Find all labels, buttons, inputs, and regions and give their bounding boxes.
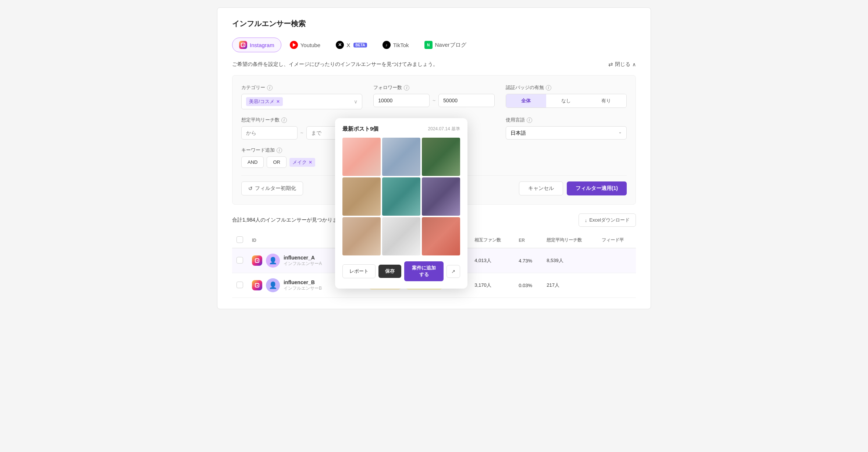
row-checkbox-2[interactable] — [236, 282, 243, 288]
keyword-info-icon: i — [277, 148, 282, 153]
reset-filter-button[interactable]: ↺ フィルター初期化 — [241, 181, 303, 195]
photo-8 — [382, 217, 420, 255]
follower-range: ~ — [373, 94, 494, 107]
er-1: 4.73% — [514, 248, 542, 273]
photo-9 — [422, 217, 460, 255]
th-er: ER — [514, 233, 542, 248]
language-label: 使用言語 i — [506, 117, 627, 123]
language-select[interactable]: 日本語 — [506, 126, 627, 140]
refresh-icon: ⇄ — [608, 61, 613, 68]
tab-instagram[interactable]: Instagram — [232, 38, 281, 52]
avatar-1: 👤 — [266, 254, 280, 268]
instagram-icon — [239, 41, 247, 49]
category-filter: カテゴリー i 美容/コスメ ✕ ∨ — [241, 84, 362, 109]
photo-2 — [382, 138, 420, 176]
feed-avg-1 — [597, 248, 636, 273]
keyword-and-button[interactable]: AND — [241, 156, 264, 168]
category-tag-remove[interactable]: ✕ — [276, 99, 280, 104]
tab-tiktok[interactable]: ♪ TikTok — [376, 38, 416, 52]
external-link-button[interactable]: ↗ — [447, 265, 460, 278]
tab-naver[interactable]: N Naverブログ — [417, 38, 473, 52]
th-fan-count: 相互ファン数 — [470, 233, 514, 248]
popup-title: 最新ポスト9個 — [342, 126, 378, 133]
badge-none-button[interactable]: なし — [546, 94, 586, 107]
badge-verified-button[interactable]: 有り — [586, 94, 626, 107]
reach-info-icon: i — [281, 117, 287, 123]
reset-icon: ↺ — [248, 186, 253, 191]
avg-reach-2: 217人 — [542, 273, 597, 298]
badge-all-button[interactable]: 全体 — [506, 94, 546, 107]
th-avg-reach: 想定平均リーチ数 — [542, 233, 597, 248]
row-checkbox-cell-2 — [232, 273, 248, 298]
photo-5 — [382, 177, 420, 216]
category-chevron-icon: ∨ — [354, 99, 357, 105]
close-filter-button[interactable]: ⇄ 閉じる ∧ — [608, 61, 636, 68]
follower-min-input[interactable] — [373, 94, 430, 107]
chevron-up-icon: ∧ — [632, 61, 636, 67]
language-info-icon: i — [527, 117, 532, 123]
row-checkbox-cell — [232, 248, 248, 273]
influencer-cell-1: 👤 influencer_A インフルエンサーA — [248, 248, 346, 273]
influencer-info-2: influencer_B インフルエンサーB — [284, 279, 322, 292]
feed-avg-2 — [597, 273, 636, 298]
report-button[interactable]: レポート — [342, 264, 376, 278]
badge-label: 認証バッジの有無 i — [506, 84, 627, 91]
cancel-button[interactable]: キャンセル — [519, 181, 563, 195]
reach-from-input[interactable] — [241, 126, 298, 140]
filter-description: ご希望の条件を設定し、イメージにぴったりのインフルエンサーを見つけてみましょう。 — [232, 61, 438, 68]
category-info-icon: i — [267, 85, 273, 91]
add-to-project-button[interactable]: 案件に追加する — [404, 261, 444, 281]
photo-grid — [342, 138, 460, 255]
keyword-tag: メイク ✕ — [289, 158, 315, 167]
keyword-or-button[interactable]: OR — [267, 156, 287, 168]
influencer-info-1: influencer_A インフルエンサーA — [284, 255, 322, 267]
language-filter: 使用言語 i 日本語 — [506, 117, 627, 140]
photo-3 — [422, 138, 460, 176]
popup-card: 最新ポスト9個 2024.07.14 基準 レポート 保存 案件に追加する ↗ — [335, 118, 467, 289]
photo-6 — [422, 177, 460, 216]
save-button[interactable]: 保存 — [378, 265, 401, 278]
badge-group: 全体 なし 有り — [506, 94, 627, 108]
tab-youtube[interactable]: Youtube — [283, 38, 328, 52]
popup-date: 2024.07.14 基準 — [428, 126, 460, 132]
post-preview-popup: 最新ポスト9個 2024.07.14 基準 レポート 保存 案件に追加する ↗ — [335, 118, 467, 289]
platform-tabs: Instagram Youtube ✕ X BETA ♪ TikTok N Na… — [232, 38, 636, 52]
platform-icon-2 — [252, 280, 262, 290]
fan-count-2: 3,170人 — [470, 273, 514, 298]
badge-filter: 認証バッジの有無 i 全体 なし 有り — [506, 84, 627, 109]
naver-icon: N — [424, 41, 433, 49]
action-right: キャンセル フィルター適用(1) — [519, 181, 627, 195]
youtube-icon — [290, 41, 298, 49]
photo-4 — [342, 177, 381, 216]
th-id: ID — [248, 233, 346, 248]
select-all-checkbox[interactable] — [236, 236, 243, 243]
filter-desc-row: ご希望の条件を設定し、イメージにぴったりのインフルエンサーを見つけてみましょう。… — [232, 61, 636, 68]
apply-filter-button[interactable]: フィルター適用(1) — [567, 181, 627, 195]
x-icon: ✕ — [336, 41, 344, 49]
platform-icon-1 — [252, 255, 262, 266]
popup-header: 最新ポスト9個 2024.07.14 基準 — [342, 126, 460, 133]
follower-label: フォロワー数 i — [373, 84, 494, 91]
er-2: 0.03% — [514, 273, 542, 298]
category-select[interactable]: 美容/コスメ ✕ ∨ — [241, 94, 362, 109]
keyword-tag-remove[interactable]: ✕ — [309, 160, 312, 165]
influencer-cell-2: 👤 influencer_B インフルエンサーB — [248, 273, 346, 298]
main-container: インフルエンサー検索 Instagram Youtube ✕ X — [217, 7, 651, 309]
follower-filter: フォロワー数 i ~ — [373, 84, 494, 109]
popup-actions: レポート 保存 案件に追加する ↗ — [342, 261, 460, 281]
external-link-icon: ↗ — [451, 269, 455, 274]
excel-download-button[interactable]: ↓ Excelダウンロード — [579, 213, 636, 227]
page-title: インフルエンサー検索 — [232, 19, 636, 29]
badge-info-icon: i — [546, 85, 551, 91]
tiktok-icon: ♪ — [383, 41, 391, 49]
avg-reach-1: 8,539人 — [542, 248, 597, 273]
tab-x[interactable]: ✕ X BETA — [329, 38, 374, 52]
th-feed-avg: フィード平 — [597, 233, 636, 248]
follower-info-icon: i — [404, 85, 409, 91]
follower-max-input[interactable] — [438, 94, 495, 107]
avatar-2: 👤 — [266, 278, 280, 292]
row-checkbox-1[interactable] — [236, 257, 243, 264]
category-label: カテゴリー i — [241, 84, 362, 91]
category-tag: 美容/コスメ ✕ — [246, 97, 283, 106]
download-icon: ↓ — [585, 218, 587, 223]
